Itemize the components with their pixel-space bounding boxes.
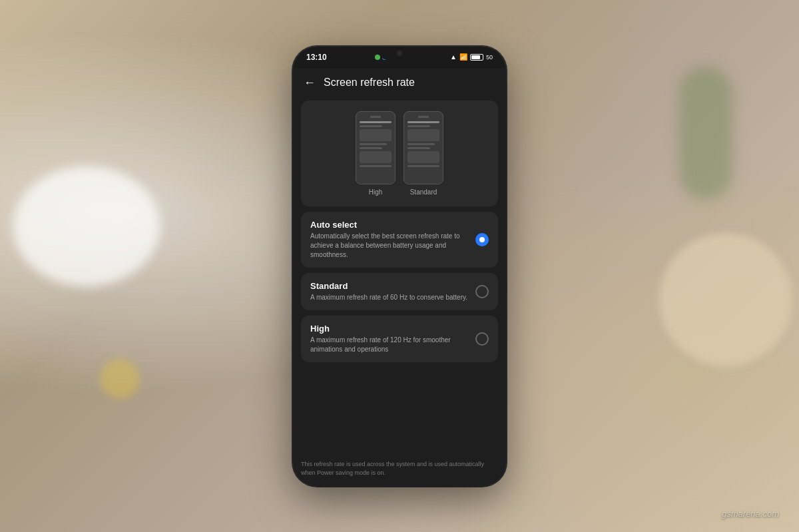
option-high-text: High A maximum refresh rate of 120 Hz fo…	[310, 324, 469, 354]
option-auto-text: Auto select Automatically select the bes…	[310, 220, 469, 260]
mini-bar-4	[360, 147, 382, 149]
mini-block-s1	[407, 129, 439, 141]
preview-high-label: High	[369, 188, 383, 196]
option-standard-desc: A maximum refresh rate of 60 Hz to conse…	[310, 293, 469, 302]
radio-high[interactable]	[475, 332, 489, 346]
preview-high: High	[356, 111, 396, 196]
mini-bar-2	[360, 125, 382, 127]
mini-bar-5	[360, 165, 392, 167]
mini-bar-s3	[407, 143, 435, 145]
wifi-icon: 📶	[459, 53, 467, 61]
option-standard[interactable]: Standard A maximum refresh rate of 60 Hz…	[301, 273, 498, 310]
mini-notch-high	[370, 116, 381, 118]
signal-icon: ▲	[450, 53, 457, 61]
top-bar: ← Screen refresh rate	[293, 68, 506, 95]
mini-block-s2	[407, 151, 439, 163]
mini-phone-standard	[403, 111, 443, 184]
option-auto[interactable]: Auto select Automatically select the bes…	[301, 212, 498, 268]
preview-standard: Standard	[403, 111, 443, 196]
bg-table-left	[13, 166, 160, 286]
mini-bar-s1	[407, 121, 439, 123]
mini-bar-s5	[407, 165, 439, 167]
preview-area: High Standard	[301, 101, 498, 206]
option-high[interactable]: High A maximum refresh rate of 120 Hz fo…	[301, 316, 498, 362]
status-right-icons: ▲ 📶 50	[450, 53, 493, 61]
mini-block-2	[360, 151, 392, 163]
mini-bar-1	[360, 121, 392, 123]
watermark: gsmarena.com	[722, 509, 779, 519]
bg-plant	[679, 67, 732, 200]
options-section: Auto select Automatically select the bes…	[293, 212, 506, 455]
mini-bar-s4	[407, 147, 430, 149]
bg-yellow-object	[100, 359, 140, 399]
app-dot-green	[375, 55, 380, 60]
bg-table-right	[659, 233, 792, 366]
battery-indicator	[470, 54, 483, 61]
notch	[380, 47, 419, 60]
mini-notch-std	[418, 116, 429, 118]
battery-fill	[471, 55, 480, 59]
mini-bar-s2	[407, 125, 430, 127]
battery-percent: 50	[486, 54, 493, 61]
phone-wrapper: 13:10 ▲ 📶 50 ← Screen refresh rate	[293, 47, 506, 486]
page-title: Screen refresh rate	[324, 77, 415, 89]
phone-device: 13:10 ▲ 📶 50 ← Screen refresh rate	[293, 47, 506, 486]
screen-content: ← Screen refresh rate	[293, 68, 506, 486]
option-auto-title: Auto select	[310, 220, 469, 230]
option-high-desc: A maximum refresh rate of 120 Hz for smo…	[310, 336, 469, 354]
mini-phone-high	[356, 111, 396, 184]
radio-auto[interactable]	[475, 233, 489, 246]
option-high-title: High	[310, 324, 469, 334]
front-camera	[397, 51, 402, 56]
option-standard-text: Standard A maximum refresh rate of 60 Hz…	[310, 281, 469, 302]
mini-block-1	[360, 129, 392, 141]
preview-standard-label: Standard	[410, 188, 437, 196]
radio-standard[interactable]	[475, 285, 489, 298]
status-time: 13:10	[306, 53, 327, 62]
option-standard-title: Standard	[310, 281, 469, 291]
footer-note: This refresh rate is used across the sys…	[293, 455, 506, 486]
mini-bar-3	[360, 143, 387, 145]
back-button[interactable]: ←	[304, 76, 316, 90]
option-auto-desc: Automatically select the best screen ref…	[310, 232, 469, 260]
